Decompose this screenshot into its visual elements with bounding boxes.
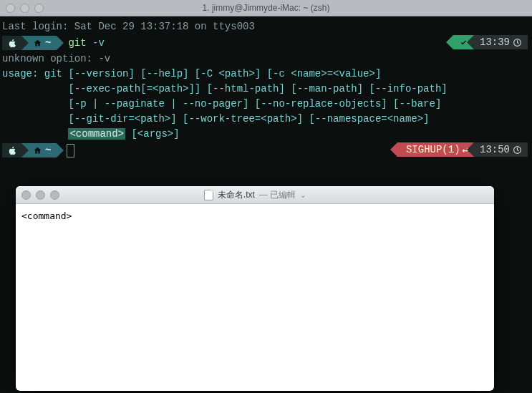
- time-text: 13:50: [480, 142, 510, 157]
- path-tilde: ~: [45, 143, 51, 158]
- home-icon: [33, 39, 42, 48]
- command-arg: -v: [92, 36, 105, 51]
- window-title: 1. jimmy@Jimmyde-iMac: ~ (zsh): [0, 3, 532, 13]
- path-tilde: ~: [45, 36, 51, 51]
- usage-line: [-p | --paginate | --no-pager] [--no-rep…: [2, 97, 530, 112]
- terminal-viewport[interactable]: Last login: Sat Dec 29 13:37:18 on ttys0…: [0, 16, 532, 393]
- prompt-row-2: ~ SIGHUP(1) ↵ 13:50: [2, 142, 530, 158]
- output-line: unknown option: -v: [2, 52, 530, 67]
- command-name: git: [68, 36, 86, 51]
- chevron-down-icon[interactable]: ⌄: [300, 188, 306, 203]
- terminal-cursor[interactable]: [67, 144, 74, 157]
- usage-line: [--git-dir=<path>] [--work-tree=<path>] …: [2, 112, 530, 127]
- text-editor-body[interactable]: <command>: [16, 204, 494, 391]
- time-segment-1: 13:39: [474, 35, 528, 49]
- title-bar: 1. jimmy@Jimmyde-iMac: ~ (zsh): [0, 0, 532, 16]
- sighup-segment: SIGHUP(1) ↵: [397, 142, 474, 157]
- home-icon: [33, 146, 42, 155]
- clock-icon: [513, 145, 522, 155]
- usage-line: usage: git [--version] [--help] [-C <pat…: [2, 67, 530, 82]
- apple-segment: [2, 143, 21, 157]
- time-text: 13:39: [480, 35, 510, 50]
- document-status: — 已編輯: [259, 188, 296, 203]
- zoom-icon[interactable]: [50, 190, 59, 200]
- apple-segment: [2, 36, 21, 50]
- usage-line: [--exec-path[=<path>]] [--html-path] [--…: [2, 82, 530, 97]
- prompt-row-1: ~ git -v 13:39: [2, 35, 530, 51]
- apple-icon: [8, 39, 17, 48]
- text-editor-window[interactable]: 未命名.txt — 已編輯 ⌄ <command>: [16, 186, 494, 391]
- apple-icon: [8, 146, 17, 155]
- document-icon: [204, 190, 213, 200]
- right-status-1: 13:39: [453, 35, 528, 49]
- time-segment-2: 13:50: [474, 142, 528, 157]
- usage-line: <command> [<args>]: [2, 127, 530, 142]
- text-content: <command>: [21, 210, 72, 221]
- text-editor-titlebar[interactable]: 未命名.txt — 已編輯 ⌄: [16, 186, 494, 204]
- right-status-2: SIGHUP(1) ↵ 13:50: [397, 142, 528, 157]
- sighup-text: SIGHUP(1): [406, 142, 460, 157]
- minimize-icon[interactable]: [36, 190, 45, 200]
- traffic-lights: [16, 190, 59, 200]
- terminal-window: 1. jimmy@Jimmyde-iMac: ~ (zsh) Last logi…: [0, 0, 532, 393]
- clock-icon: [513, 38, 522, 47]
- text-editor-title: 未命名.txt — 已編輯 ⌄: [16, 188, 494, 203]
- close-icon[interactable]: [21, 190, 31, 200]
- last-login-line: Last login: Sat Dec 29 13:37:18 on ttys0…: [2, 19, 530, 34]
- document-name: 未命名.txt: [218, 188, 255, 203]
- highlighted-command: <command>: [68, 128, 125, 140]
